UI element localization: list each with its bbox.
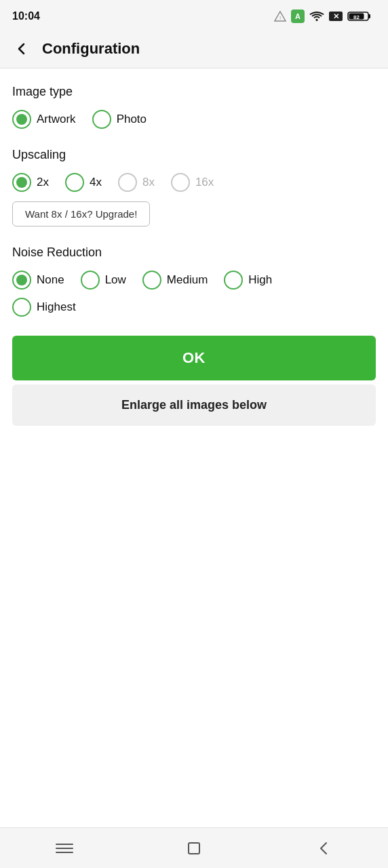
nav-bar — [0, 827, 388, 868]
app-icon: A — [290, 9, 305, 24]
enlarge-button[interactable]: Enlarge all images below — [12, 384, 376, 426]
radio-artwork-inner — [16, 114, 27, 125]
radio-8x: 8x — [118, 173, 155, 192]
radio-2x-inner — [16, 177, 27, 188]
signal-x-icon: ✕ — [328, 11, 343, 22]
upscaling-options: 2x 4x 8x 16x — [12, 173, 376, 192]
radio-16x-outer — [171, 173, 190, 192]
action-section: OK Enlarge all images below — [12, 336, 376, 426]
upscaling-section: Upscaling 2x 4x 8x 16x — [12, 148, 376, 226]
svg-rect-8 — [368, 14, 370, 18]
radio-16x: 16x — [171, 173, 214, 192]
radio-4x[interactable]: 4x — [65, 173, 102, 192]
radio-high-label: High — [248, 273, 272, 287]
radio-low[interactable]: Low — [81, 271, 126, 290]
ok-button[interactable]: OK — [12, 336, 376, 380]
radio-8x-label: 8x — [142, 176, 155, 189]
page-title: Configuration — [42, 40, 140, 58]
back-button[interactable] — [9, 37, 34, 61]
radio-4x-label: 4x — [90, 176, 102, 189]
noise-reduction-options-row2: Highest — [12, 298, 376, 317]
svg-text:!: ! — [279, 15, 281, 21]
battery-icon: 82 — [347, 10, 372, 22]
radio-2x-outer — [12, 173, 31, 192]
nav-home-button[interactable] — [178, 832, 210, 865]
noise-reduction-section: Noise Reduction None Low Medium — [12, 245, 376, 317]
upgrade-button[interactable]: Want 8x / 16x? Upgrade! — [12, 201, 150, 226]
upscaling-title: Upscaling — [12, 148, 376, 162]
radio-high-outer — [224, 271, 243, 290]
radio-highest[interactable]: Highest — [12, 298, 76, 317]
radio-16x-label: 16x — [195, 176, 214, 189]
status-bar: 10:04 ! A ✕ 82 — [0, 0, 388, 30]
radio-medium[interactable]: Medium — [142, 271, 208, 290]
warning-icon: ! — [274, 11, 286, 22]
nav-menu-button[interactable] — [48, 832, 81, 865]
svg-text:✕: ✕ — [333, 12, 339, 20]
radio-none-label: None — [37, 273, 64, 287]
image-type-options: Artwork Photo — [12, 110, 376, 129]
radio-photo[interactable]: Photo — [92, 110, 147, 129]
content-area: Image type Artwork Photo Upscaling — [0, 68, 388, 827]
radio-high[interactable]: High — [224, 271, 272, 290]
svg-text:82: 82 — [353, 14, 360, 20]
image-type-title: Image type — [12, 85, 376, 99]
radio-highest-outer — [12, 298, 31, 317]
radio-artwork-outer — [12, 110, 31, 129]
nav-back-button[interactable] — [307, 832, 340, 865]
noise-reduction-options-row1: None Low Medium High — [12, 271, 376, 290]
radio-2x[interactable]: 2x — [12, 173, 49, 192]
svg-text:A: A — [295, 12, 300, 20]
radio-low-outer — [81, 271, 100, 290]
status-icons: ! A ✕ 82 — [274, 9, 376, 24]
radio-8x-outer — [118, 173, 137, 192]
radio-4x-outer — [65, 173, 84, 192]
svg-point-4 — [316, 19, 318, 21]
radio-none-outer — [12, 271, 31, 290]
radio-medium-label: Medium — [167, 273, 208, 287]
radio-low-label: Low — [105, 273, 126, 287]
radio-medium-outer — [142, 271, 161, 290]
radio-highest-label: Highest — [37, 300, 76, 314]
noise-reduction-title: Noise Reduction — [12, 245, 376, 260]
wifi-icon — [309, 11, 324, 22]
radio-photo-label: Photo — [117, 113, 147, 126]
radio-none-inner — [16, 275, 27, 285]
radio-none[interactable]: None — [12, 271, 64, 290]
radio-photo-outer — [92, 110, 111, 129]
radio-artwork[interactable]: Artwork — [12, 110, 76, 129]
header: Configuration — [0, 30, 388, 68]
image-type-section: Image type Artwork Photo — [12, 85, 376, 129]
radio-artwork-label: Artwork — [37, 113, 76, 126]
radio-2x-label: 2x — [37, 176, 49, 189]
status-time: 10:04 — [12, 10, 40, 22]
svg-rect-14 — [189, 843, 199, 854]
